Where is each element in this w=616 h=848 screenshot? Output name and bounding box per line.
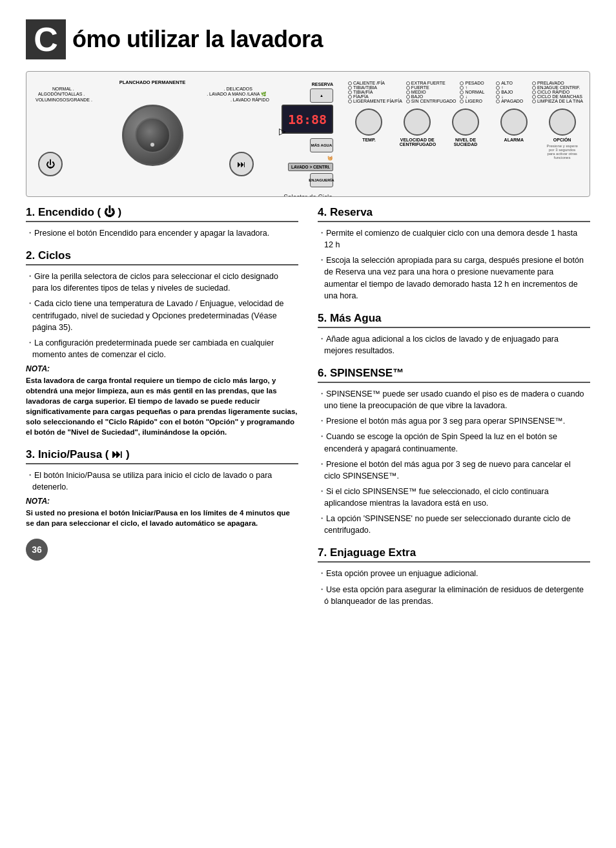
- options-col3: PESADO ↑ NORMAL ↓ LIGERO: [460, 81, 492, 103]
- left-column: 1. Encendido ( ⏻ ) Presione el botón Enc…: [26, 206, 298, 617]
- start-button[interactable]: ⏭: [229, 152, 254, 176]
- temp-btn-group: TEMP.: [351, 109, 387, 160]
- ciclos-p2: Cada ciclo tiene una temperatura de Lava…: [26, 298, 298, 333]
- options-col4: ALTO ↑ BAJO ↓ APAGADO: [496, 81, 528, 103]
- section-enjague-title: 7. Enjaguage Extra: [318, 546, 590, 563]
- opt-ciclorapido: CICLO RÁPIDO: [532, 90, 583, 94]
- opt-tibiafria: TIBIA/FÍA: [348, 90, 402, 94]
- opt-sincentri: SIN CENTRIFUGADO: [406, 99, 457, 103]
- header-c-box: C: [26, 19, 66, 59]
- selector-label: Selector de Ciclo: [33, 194, 583, 197]
- section-encendido: 1. Encendido ( ⏻ ) Presione el botón Enc…: [26, 206, 298, 239]
- section-mas-agua: 5. Más Agua Añade agua adicional a los c…: [318, 312, 590, 357]
- mas-agua-button[interactable]: MÁS AGUA: [310, 138, 333, 152]
- reserva-p1: Permite el comienzo de cualquier ciclo c…: [318, 227, 590, 251]
- section-ciclos: 2. Ciclos Gire la perilla selectora de c…: [26, 249, 298, 437]
- opt-pesado: PESADO: [460, 81, 492, 85]
- control-buttons-row: TEMP. VELOCIDAD DE CENTRIFUGADO NIVEL DE…: [348, 109, 583, 160]
- options-grid: CALIENTE /FÍA TIBIA/TIBIA TIBIA/FÍA FÍA/…: [348, 81, 583, 103]
- temp-btn-label: TEMP.: [351, 138, 387, 142]
- spinsense-p2: Presione el botón más agua por 3 seg par…: [318, 415, 590, 427]
- enjagueria-button[interactable]: ENJAGUERÍA: [310, 173, 333, 187]
- encendido-p1: Presione el botón Encendido para encende…: [26, 227, 298, 239]
- opt-bajo: BAJO: [406, 94, 457, 99]
- options-col1: CALIENTE /FÍA TIBIA/TIBIA TIBIA/FÍA FÍA/…: [348, 81, 402, 103]
- power-button-area: ⏻: [38, 152, 63, 176]
- section-spinsense-title: 6. SPINSENSE™: [318, 367, 590, 383]
- nivel-button[interactable]: [452, 109, 479, 136]
- opt-extrafuerte: EXTRA FUERTE: [406, 81, 457, 85]
- opt-ciclomanchas: CICLO DE MANCHAS: [532, 94, 583, 99]
- opt-medio: MEDIO: [406, 90, 457, 94]
- opt-ligero: LIGERO: [460, 99, 492, 103]
- options-col5: PRELAVADO ENJAGUE CENTRIF. CICLO RÁPIDO …: [532, 81, 583, 103]
- inicio-nota-text: Si usted no presiona el botón Iniciar/Pa…: [26, 508, 298, 528]
- start-button-area: ⏭: [229, 152, 254, 176]
- section-inicio-pausa: 3. Inicio/Pausa ( ⏭ ) El botón Inicio/Pa…: [26, 448, 298, 528]
- enjague-p2: Use esta opción para asegurar la elimina…: [318, 584, 590, 607]
- knob-dot: [150, 143, 154, 147]
- spinsense-p1: SPINSENSE™ puede ser usado cuando el pis…: [318, 388, 590, 411]
- section-inicio-title: 3. Inicio/Pausa ( ⏭ ): [26, 448, 298, 464]
- opt-limpiezatina: LIMPIEZA DE LA TINA: [532, 99, 583, 103]
- cycle-label-row1: NORMAL .. DELICADOS: [33, 87, 272, 91]
- opt-friafria: FÍA/FÍA: [348, 94, 402, 99]
- ciclos-p1: Gire la perilla selectora de ciclos para…: [26, 271, 298, 294]
- opt-up: ↑: [460, 85, 492, 90]
- spinsense-p3: Cuando se escoge la opción de Spin Speed…: [318, 431, 590, 454]
- opt-bajo2: BAJO: [496, 90, 528, 94]
- section-spinsense: 6. SPINSENSE™ SPINSENSE™ puede ser usado…: [318, 367, 590, 536]
- enjague-p1: Esta opción provee un enjuague adicional…: [318, 568, 590, 579]
- inicio-nota-label: NOTA:: [26, 497, 298, 506]
- washer-right-panel: CALIENTE /FÍA TIBIA/TIBIA TIBIA/FÍA FÍA/…: [343, 79, 583, 160]
- page-number: 36: [26, 539, 48, 561]
- cycle-label-row2: ALGODÓN/TOALLAS .. LAVADO A MANO /LANA 🌿: [33, 92, 272, 97]
- opt-down2: ↓: [496, 94, 528, 99]
- nivel-btn-label: NIVEL DE SUCIEDAD: [447, 138, 483, 147]
- mas-agua-p1: Añade agua adicional a los ciclos de lav…: [318, 333, 590, 357]
- spinsense-p6: La opción 'SPINSENSE' no puede ser selec…: [318, 513, 590, 536]
- washer-diagram: PLANCHADO PERMANENTE NORMAL .. DELICADOS…: [26, 71, 590, 197]
- section-enjague-extra: 7. Enjaguage Extra Esta opción provee un…: [318, 546, 590, 606]
- page-number-area: 36: [26, 539, 298, 561]
- options-col2: EXTRA FUERTE FUERTE MEDIO BAJO SIN CENTR…: [406, 81, 457, 103]
- opt-tibiatibia: TIBIA/TIBIA: [348, 85, 402, 90]
- cycle-top-label: PLANCHADO PERMANENTE: [33, 79, 272, 85]
- temp-button[interactable]: [355, 109, 382, 136]
- opt-normal: NORMAL: [460, 90, 492, 94]
- reserva-p2: Escoja la selección apropiada para su ca…: [318, 254, 590, 302]
- opcion-btn-group: OPCIÓN Presione y espere por 3 segundos …: [544, 109, 580, 160]
- nivel-btn-group: NIVEL DE SUCIEDAD: [447, 109, 483, 160]
- right-column: 4. Reserva Permite el comienzo de cualqu…: [318, 206, 590, 617]
- spinsense-p4: Presione el botón del más agua por 3 seg…: [318, 459, 590, 482]
- alarma-btn-group: ALARMA: [496, 109, 531, 160]
- opt-down: ↓: [460, 94, 492, 99]
- opcion-button[interactable]: [549, 109, 576, 136]
- opt-enjaguecentrif: ENJAGUE CENTRIF.: [532, 85, 583, 90]
- section-mas-agua-title: 5. Más Agua: [318, 312, 590, 328]
- velocidad-button[interactable]: [404, 109, 431, 136]
- section-reserva: 4. Reserva Permite el comienzo de cualqu…: [318, 206, 590, 302]
- opt-caliente: CALIENTE /FÍA: [348, 81, 402, 85]
- section-ciclos-title: 2. Ciclos: [26, 249, 298, 265]
- reserva-button[interactable]: ▲: [310, 88, 333, 103]
- opt-alto: ALTO: [496, 81, 528, 85]
- knob-right-arrow: ▷: [279, 126, 286, 136]
- power-button[interactable]: ⏻: [38, 152, 63, 176]
- opt-up2: ↑: [496, 85, 528, 90]
- velocidad-btn-label: VELOCIDAD DE CENTRIFUGADO: [400, 138, 435, 147]
- alarma-button[interactable]: [500, 109, 528, 136]
- cycle-knob[interactable]: [122, 105, 183, 166]
- knob-inner: [135, 118, 170, 153]
- time-display: 18:88: [282, 105, 333, 134]
- opt-apagado: APAGADO: [496, 99, 528, 103]
- cycle-label-row3: VOLUMINOSOS/GRANDE .. LAVADO RÁPIDO: [33, 98, 272, 102]
- velocidad-btn-group: VELOCIDAD DE CENTRIFUGADO: [400, 109, 435, 160]
- wash-action-label: LAVADO > CENTRI.: [288, 163, 333, 171]
- opcion-btn-sublabel: Presione y espere por 3 segundos para ac…: [544, 144, 580, 160]
- inicio-p1: El botón Inicio/Pausa se utiliza para in…: [26, 470, 298, 493]
- washer-left-panel: PLANCHADO PERMANENTE NORMAL .. DELICADOS…: [33, 79, 272, 183]
- spinsense-p5: Si el ciclo SPINSENSE™ fue seleccionado,…: [318, 486, 590, 509]
- opcion-btn-label: OPCIÓN: [544, 138, 580, 142]
- section-reserva-title: 4. Reserva: [318, 206, 590, 222]
